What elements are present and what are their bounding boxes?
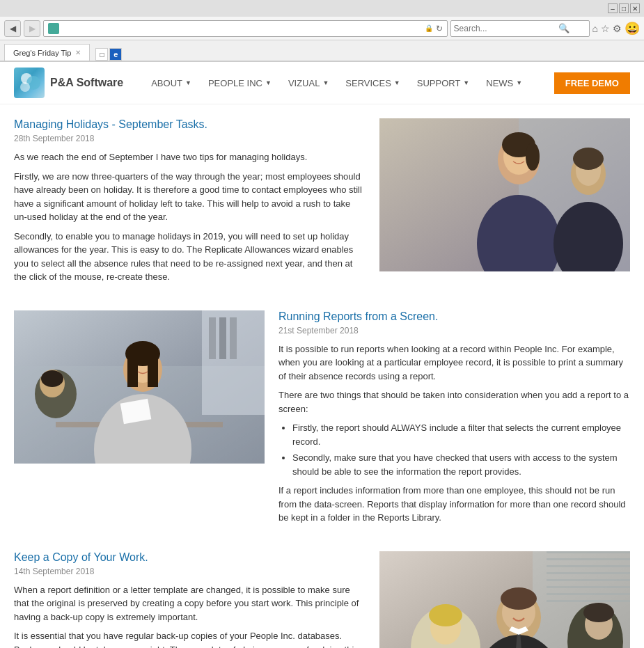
article-1-image <box>379 118 630 271</box>
svg-point-30 <box>41 370 63 387</box>
article-3-title[interactable]: Keep a Copy of Your Work. <box>14 551 366 564</box>
svg-rect-26 <box>148 352 158 387</box>
article-1-text: Managing Holidays - September Tasks. 28t… <box>14 118 366 290</box>
svg-rect-33 <box>547 551 630 553</box>
site-navigation: ABOUT ▼ PEOPLE INC ▼ VIZUAL ▼ SERVICES ▼… <box>144 72 630 94</box>
article-1-p3: Secondly, to enable you to manage holida… <box>14 230 366 284</box>
svg-point-13 <box>573 148 604 170</box>
svg-rect-18 <box>219 317 226 359</box>
article-3-p2: It is essential that you have regular ba… <box>14 629 366 648</box>
forward-button[interactable]: ▶ <box>24 20 40 37</box>
nav-services[interactable]: SERVICES ▼ <box>338 74 407 93</box>
article-2-p2: There are two things that should be take… <box>278 388 630 416</box>
list-item-2: Secondly, make sure that you have checke… <box>292 451 630 478</box>
article-1-date: 28th September 2018 <box>14 134 366 143</box>
new-tab-icon[interactable]: □ <box>95 48 108 61</box>
about-caret: ▼ <box>185 79 191 86</box>
site-icon <box>48 23 59 34</box>
svg-rect-36 <box>547 572 630 574</box>
article-1-body: As we reach the end of September I have … <box>14 150 366 284</box>
svg-point-9 <box>526 143 540 171</box>
vizual-caret: ▼ <box>322 79 329 86</box>
refresh-icon[interactable]: ↻ <box>436 24 443 33</box>
support-caret: ▼ <box>463 79 469 86</box>
nav-support[interactable]: SUPPORT ▼ <box>410 74 477 93</box>
url-input[interactable]: https://www.personnelsoftware.co.uk/defa… <box>62 24 422 33</box>
logo-area: P&A Software <box>14 68 123 98</box>
svg-rect-35 <box>547 565 630 567</box>
search-box[interactable]: 🔍 <box>450 20 590 37</box>
main-content: Managing Holidays - September Tasks. 28t… <box>0 104 644 648</box>
article-2-p1: It is possible to run reports when looki… <box>278 342 630 384</box>
navigation-bar: ◀ ▶ https://www.personnelsoftware.co.uk/… <box>0 17 644 40</box>
article-3-image <box>379 551 630 649</box>
news-caret: ▼ <box>516 79 522 86</box>
article-3-body: When a report definition or a letter tem… <box>14 583 366 649</box>
user-icon: 😀 <box>625 21 640 36</box>
minimize-button[interactable]: – <box>608 3 618 13</box>
home-button[interactable]: ⌂ <box>592 23 598 34</box>
browser-chrome: – □ ✕ ◀ ▶ https://www.personnelsoftware.… <box>0 0 644 62</box>
website-content: P&A Software ABOUT ▼ PEOPLE INC ▼ VIZUAL… <box>0 62 644 648</box>
free-demo-button[interactable]: FREE DEMO <box>554 72 630 94</box>
site-header: P&A Software ABOUT ▼ PEOPLE INC ▼ VIZUAL… <box>0 62 644 104</box>
nav-news[interactable]: NEWS ▼ <box>479 74 529 93</box>
active-tab[interactable]: Greg's Friday Tip ✕ <box>4 44 90 61</box>
article-row-3: Keep a Copy of Your Work. 14th September… <box>14 551 630 649</box>
logo-text: P&A Software <box>50 77 123 89</box>
people-inc-caret: ▼ <box>265 79 272 86</box>
article-row-1: Managing Holidays - September Tasks. 28t… <box>14 118 630 290</box>
services-caret: ▼ <box>394 79 400 86</box>
svg-rect-17 <box>209 317 216 359</box>
svg-point-49 <box>429 604 462 626</box>
svg-rect-40 <box>547 600 630 602</box>
article-2-body: It is possible to run reports when looki… <box>278 342 630 525</box>
tab-bar: Greg's Friday Tip ✕ □ e <box>0 40 644 61</box>
svg-point-52 <box>583 603 614 622</box>
tab-icons: □ e <box>95 48 122 61</box>
article-2-text: Running Reports from a Screen. 21st Sept… <box>278 310 630 530</box>
svg-point-44 <box>501 587 537 610</box>
ie-icon[interactable]: e <box>109 48 122 61</box>
svg-point-2 <box>20 82 30 92</box>
article-1-p2: Firstly, we are now three-quarters of th… <box>14 170 366 224</box>
svg-rect-34 <box>547 558 630 560</box>
settings-icon[interactable]: ⚙ <box>613 23 622 34</box>
svg-rect-19 <box>230 317 237 359</box>
svg-rect-37 <box>547 579 630 581</box>
article-row-2: Running Reports from a Screen. 21st Sept… <box>14 310 630 530</box>
tab-label: Greg's Friday Tip <box>13 49 71 57</box>
nav-people-inc[interactable]: PEOPLE INC ▼ <box>201 74 278 93</box>
favorites-icon[interactable]: ☆ <box>601 23 610 34</box>
article-2-image <box>14 310 265 464</box>
article-2-list: Firstly, the report should ALWAYS includ… <box>292 421 630 478</box>
article-3-p1: When a report definition or a letter tem… <box>14 583 366 624</box>
list-item-1: Firstly, the report should ALWAYS includ… <box>292 421 630 448</box>
article-1-title[interactable]: Managing Holidays - September Tasks. <box>14 118 366 131</box>
logo-image <box>14 68 45 98</box>
svg-rect-39 <box>547 593 630 595</box>
article-2-date: 21st September 2018 <box>278 326 630 335</box>
search-icon[interactable]: 🔍 <box>558 23 570 33</box>
title-bar: – □ ✕ <box>0 0 644 17</box>
article-3-date: 14th September 2018 <box>14 567 366 576</box>
tab-close-button[interactable]: ✕ <box>75 49 81 56</box>
maximize-button[interactable]: □ <box>619 3 629 13</box>
lock-icon: 🔒 <box>425 24 433 32</box>
article-3-text: Keep a Copy of Your Work. 14th September… <box>14 551 366 649</box>
article-2-trailing: If a report includes information from mo… <box>278 484 630 525</box>
back-button[interactable]: ◀ <box>4 20 21 37</box>
close-button[interactable]: ✕ <box>630 3 640 13</box>
svg-rect-38 <box>547 586 630 588</box>
address-bar[interactable]: https://www.personnelsoftware.co.uk/defa… <box>43 20 448 37</box>
nav-about[interactable]: ABOUT ▼ <box>144 74 198 93</box>
svg-rect-25 <box>127 352 138 387</box>
nav-vizual[interactable]: VIZUAL ▼ <box>281 74 336 93</box>
search-input[interactable] <box>454 24 558 33</box>
article-1-p1: As we reach the end of September I have … <box>14 150 366 164</box>
article-2-title[interactable]: Running Reports from a Screen. <box>278 310 630 323</box>
